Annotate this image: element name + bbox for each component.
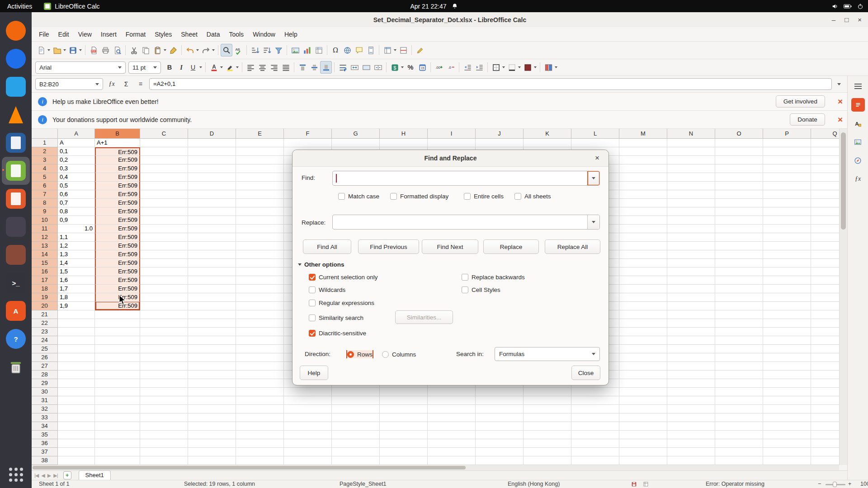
cell-B17[interactable]: Err:509	[95, 276, 140, 285]
active-app-menu[interactable]: LibreOffice Calc	[44, 3, 99, 10]
cell-N38[interactable]	[667, 456, 715, 465]
cell-A27[interactable]	[58, 362, 95, 371]
cell-Q13[interactable]	[811, 242, 839, 250]
cell-B24[interactable]	[95, 336, 140, 345]
row-header-26[interactable]: 26	[32, 353, 58, 362]
column-header-I[interactable]: I	[428, 129, 476, 139]
split-window-icon[interactable]	[397, 44, 409, 56]
row-header-17[interactable]: 17	[32, 276, 58, 285]
cell-O1[interactable]	[715, 139, 763, 147]
format-date-icon[interactable]: 15	[416, 61, 428, 74]
dock-ubuntu-software-icon[interactable]: A	[2, 297, 30, 325]
cell-B9[interactable]: Err:509	[95, 207, 140, 216]
cell-M15[interactable]	[619, 259, 667, 267]
cell-L33[interactable]	[571, 413, 619, 422]
formula-icon[interactable]: =	[135, 78, 146, 90]
cell-Q3[interactable]	[811, 156, 839, 164]
cell-M4[interactable]	[619, 164, 667, 173]
cell-P16[interactable]	[763, 267, 811, 276]
freeze-panes-dropdown-icon[interactable]	[394, 49, 396, 51]
cell-E33[interactable]	[236, 413, 284, 422]
cell-P26[interactable]	[763, 353, 811, 362]
cell-D7[interactable]	[188, 190, 236, 199]
cell-N7[interactable]	[667, 190, 715, 199]
cell-K36[interactable]	[524, 439, 571, 448]
cell-Q2[interactable]	[811, 147, 839, 156]
cell-D3[interactable]	[188, 156, 236, 164]
close-infobar-icon[interactable]: ×	[838, 97, 843, 106]
cell-H33[interactable]	[380, 413, 428, 422]
cell-C16[interactable]	[140, 267, 188, 276]
cell-O33[interactable]	[715, 413, 763, 422]
cell-Q33[interactable]	[811, 413, 839, 422]
cell-B35[interactable]	[95, 431, 140, 439]
dock-terminal-icon[interactable]: >_	[2, 269, 30, 297]
redo-dropdown-icon[interactable]	[212, 49, 215, 51]
column-header-L[interactable]: L	[571, 129, 619, 139]
cell-O6[interactable]	[715, 182, 763, 190]
cell-E10[interactable]	[236, 216, 284, 225]
autofilter-icon[interactable]	[273, 44, 284, 56]
cell-N37[interactable]	[667, 448, 715, 456]
cell-C34[interactable]	[140, 422, 188, 431]
cell-D4[interactable]	[188, 164, 236, 173]
cell-P21[interactable]	[763, 310, 811, 319]
cell-E3[interactable]	[236, 156, 284, 164]
cell-N2[interactable]	[667, 147, 715, 156]
cell-P25[interactable]	[763, 345, 811, 353]
cell-A23[interactable]	[58, 328, 95, 336]
cell-E25[interactable]	[236, 345, 284, 353]
cell-N17[interactable]	[667, 276, 715, 285]
help-button[interactable]: Help	[300, 366, 328, 380]
cell-M3[interactable]	[619, 156, 667, 164]
menu-format[interactable]: Format	[121, 27, 150, 42]
borders-icon[interactable]	[490, 61, 502, 74]
cell-M34[interactable]	[619, 422, 667, 431]
cell-B11[interactable]: Err:509	[95, 225, 140, 233]
cell-M23[interactable]	[619, 328, 667, 336]
replace-button[interactable]: Replace	[483, 239, 539, 254]
row-header-37[interactable]: 37	[32, 448, 58, 456]
cell-N34[interactable]	[667, 422, 715, 431]
underline-icon[interactable]: U	[187, 61, 199, 74]
cell-C31[interactable]	[140, 396, 188, 405]
cell-C23[interactable]	[140, 328, 188, 336]
merge-center-icon[interactable]	[349, 61, 360, 74]
cell-O31[interactable]	[715, 396, 763, 405]
cell-B23[interactable]	[95, 328, 140, 336]
draw-functions-icon[interactable]	[414, 44, 426, 56]
print-preview-icon[interactable]	[111, 44, 123, 56]
cell-A17[interactable]: 1,6	[58, 276, 95, 285]
cell-Q26[interactable]	[811, 353, 839, 362]
clock-button[interactable]: Apr 21 22:47	[410, 3, 458, 10]
cell-C35[interactable]	[140, 431, 188, 439]
cell-D8[interactable]	[188, 199, 236, 207]
row-header-15[interactable]: 15	[32, 259, 58, 267]
cell-O2[interactable]	[715, 147, 763, 156]
align-center-icon[interactable]	[256, 61, 268, 74]
cell-P23[interactable]	[763, 328, 811, 336]
menu-styles[interactable]: Styles	[150, 27, 176, 42]
cell-G36[interactable]	[332, 439, 380, 448]
cell-E31[interactable]	[236, 396, 284, 405]
cell-H38[interactable]	[380, 456, 428, 465]
styles-icon[interactable]: A	[851, 117, 865, 130]
cell-M17[interactable]	[619, 276, 667, 285]
cell-B34[interactable]	[95, 422, 140, 431]
cell-F1[interactable]	[284, 139, 332, 147]
cell-D36[interactable]	[188, 439, 236, 448]
delete-decimal-icon[interactable]: .0	[445, 61, 457, 74]
cell-O22[interactable]	[715, 319, 763, 328]
cut-icon[interactable]	[128, 44, 140, 56]
cell-C20[interactable]	[140, 302, 188, 310]
cell-B30[interactable]	[95, 388, 140, 396]
row-header-33[interactable]: 33	[32, 413, 58, 422]
cell-Q1[interactable]	[811, 139, 839, 147]
replace-all-button[interactable]: Replace All	[545, 239, 600, 254]
cell-O32[interactable]	[715, 405, 763, 413]
cell-Q8[interactable]	[811, 199, 839, 207]
cell-B4[interactable]: Err:509	[95, 164, 140, 173]
checkbox-diacritic-sensitive[interactable]: Diacritic-sensitive	[309, 329, 366, 337]
cell-A10[interactable]: 0,9	[58, 216, 95, 225]
cell-D21[interactable]	[188, 310, 236, 319]
